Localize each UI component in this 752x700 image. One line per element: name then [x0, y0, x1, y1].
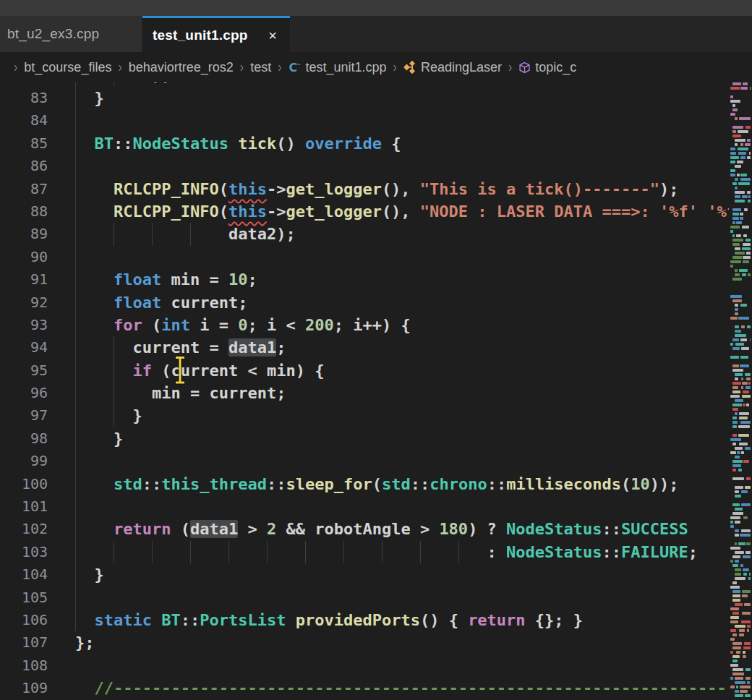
code-token: }	[75, 430, 123, 448]
minimap-line	[732, 256, 742, 259]
minimap-line	[732, 382, 741, 385]
code-line[interactable]: 99	[0, 450, 729, 472]
minimap-line	[740, 338, 747, 341]
code-line[interactable]: 85 BT::NodeStatus tick() override {	[0, 132, 729, 155]
minimap-line	[730, 295, 742, 298]
minimap-line	[735, 521, 740, 524]
code-token: ::	[142, 475, 162, 493]
code-line[interactable]: 83 }	[0, 87, 729, 109]
indent-guide	[75, 336, 76, 359]
minimap-line	[747, 139, 751, 142]
code-line[interactable]: 96 min = current;	[0, 382, 729, 404]
minimap-line	[740, 178, 751, 181]
minimap-line	[750, 87, 751, 90]
code-line[interactable]: 88 RCLCPP_INFO(this->get_logger(), "NODE…	[0, 200, 729, 223]
code-line[interactable]: 87 RCLCPP_INFO(this->get_logger(), "This…	[0, 178, 729, 200]
minimap-line	[732, 417, 737, 419]
breadcrumb-item-ReadingLaser[interactable]: ReadingLaser	[403, 60, 502, 75]
indent-guide	[75, 609, 76, 631]
minimap-line	[742, 247, 751, 250]
minimap-line	[741, 490, 748, 493]
breadcrumb-item-test_unit1.cpp[interactable]: C~test_unit1.cpp	[289, 60, 387, 75]
minimap-line	[741, 325, 745, 328]
code-line[interactable]: 107};	[0, 631, 729, 654]
code-line-content: float min = 10;	[75, 268, 257, 291]
code-token: {}; }	[526, 611, 583, 629]
minimap-line	[732, 469, 736, 471]
minimap-line	[735, 495, 741, 498]
minimap-line	[742, 395, 751, 398]
code-line[interactable]: 109 //----------------------------------…	[0, 677, 729, 699]
tab-bt_u2_ex3[interactable]: bt_u2_ex3.cpp	[0, 16, 142, 52]
code-line[interactable]: 105	[0, 586, 729, 609]
code-line[interactable]: 104 }	[0, 563, 729, 586]
minimap-line	[732, 555, 740, 558]
minimap-line	[735, 325, 739, 328]
code-line[interactable]: 95 if (current < min) {	[0, 359, 729, 382]
code-line[interactable]: 93 for (int i = 0; i < 200; i++) {	[0, 314, 729, 336]
code-token: ->	[267, 202, 286, 221]
code-line[interactable]: 90	[0, 246, 729, 268]
code-token: for	[114, 316, 142, 334]
minimap-line	[732, 590, 740, 593]
tab-label: test_unit1.cpp	[153, 27, 248, 43]
code-line[interactable]: 92 float current;	[0, 291, 729, 314]
minimap-line	[732, 208, 741, 211]
minimap-line	[732, 135, 741, 137]
line-number: 105	[0, 586, 48, 609]
tab-test_unit1[interactable]: test_unit1.cpp ×	[142, 16, 290, 52]
svg-text:~: ~	[296, 61, 300, 68]
minimap-line	[735, 377, 738, 380]
code-token: float	[114, 270, 161, 289]
close-icon[interactable]: ×	[267, 27, 278, 44]
code-line[interactable]: 108	[0, 654, 729, 677]
code-editor[interactable]: 82 );83 }8485 BT::NodeStatus tick() over…	[0, 82, 752, 700]
line-number: 98	[0, 427, 48, 450]
line-number: 104	[0, 563, 48, 586]
line-number: 101	[0, 495, 48, 518]
code-token	[75, 316, 114, 334]
minimap-line	[739, 443, 748, 445]
code-line[interactable]: 103 : NodeStatus::FAILURE;	[0, 541, 729, 563]
line-number: 96	[0, 382, 48, 404]
code-token: this	[228, 180, 267, 198]
minimap-line	[748, 200, 751, 202]
minimap-line	[732, 217, 739, 220]
code-line[interactable]: 94 current = data1;	[0, 336, 729, 359]
minimap-line	[730, 547, 740, 550]
breadcrumb-item-topic_c[interactable]: topic_c	[518, 60, 576, 75]
minimap[interactable]	[729, 82, 752, 700]
code-line[interactable]: 86	[0, 155, 729, 177]
breadcrumb-item-behaviortree_ros2[interactable]: behaviortree_ros2	[129, 60, 234, 75]
minimap-line	[732, 434, 737, 437]
code-line[interactable]: 100 std::this_thread::sleep_for(std::chr…	[0, 473, 729, 495]
indent-guide	[114, 82, 114, 87]
minimap-line	[744, 642, 751, 645]
code-line[interactable]: 84	[0, 109, 729, 132]
code-line[interactable]: 89 data2);	[0, 223, 729, 245]
code-line-content: min = current;	[75, 382, 286, 404]
breadcrumb-item-bt_course_files[interactable]: bt_course_files	[24, 60, 111, 75]
code-token: NodeStatus	[133, 135, 228, 153]
code-line[interactable]: 101	[0, 495, 729, 518]
code-line[interactable]: 102 return (data1 > 2 && robotAngle > 18…	[0, 518, 729, 540]
chevron-right-icon: ›	[14, 59, 17, 76]
code-line-content: data2);	[75, 223, 296, 245]
code-line[interactable]: 97 }	[0, 404, 729, 427]
code-token	[152, 611, 161, 629]
code-line[interactable]: 106 static BT::PortsList providedPorts()…	[0, 609, 729, 631]
indent-guide	[114, 382, 114, 404]
minimap-line	[743, 655, 746, 658]
minimap-line	[740, 143, 744, 146]
breadcrumb-item-test[interactable]: test	[250, 60, 271, 75]
code-token: return	[468, 611, 525, 629]
minimap-line	[740, 534, 751, 537]
code-token: min = current;	[75, 384, 286, 402]
code-line[interactable]: 91 float min = 10;	[0, 268, 729, 291]
code-token	[75, 270, 114, 289]
code-line-content: }	[75, 563, 104, 586]
code-line[interactable]: 98 }	[0, 427, 729, 450]
minimap-line	[742, 273, 746, 276]
code-token: BT	[95, 135, 114, 153]
line-number: 95	[0, 359, 48, 382]
